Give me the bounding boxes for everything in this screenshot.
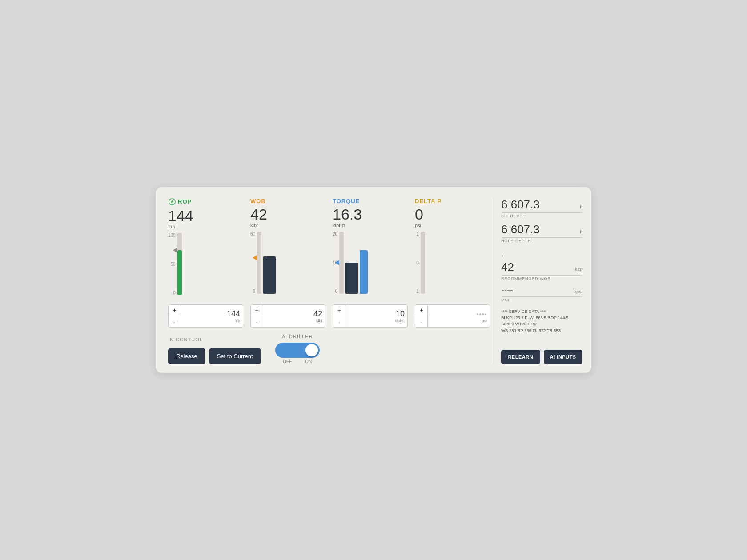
gauge-rop: ROP 144 ft/h 100 50 0 — [165, 198, 247, 297]
bit-depth-label: BIT DEPTH — [501, 212, 582, 218]
wob-unit: klbf — [250, 223, 258, 228]
rec-wob-value: 42 — [501, 260, 514, 274]
service-data-header: **** SERVICE DATA **** — [501, 308, 582, 315]
set-to-current-button[interactable]: Set to Current — [209, 348, 261, 364]
dashboard: ROP 144 ft/h 100 50 0 — [156, 187, 591, 373]
in-control-label: IN CONTROL — [168, 337, 261, 342]
rop-input-col: + - 144 ft/h — [165, 304, 247, 328]
wob-stepper: + - 42 klbf — [250, 304, 325, 328]
wob-bar-area: 60 8 — [250, 232, 276, 296]
torque-input-unit: klbf*ft — [394, 319, 405, 323]
delta-p-unit: psi — [415, 223, 421, 228]
wob-stepper-value: 42 klbf — [263, 305, 325, 327]
ai-driller-label: AI DRILLER — [282, 334, 313, 339]
bottom-section: IN CONTROL Release Set to Current AI DRI… — [165, 334, 494, 364]
delta-p-input-unit: psi — [482, 319, 487, 323]
wob-input-col: + - 42 klbf — [247, 304, 329, 328]
toggle-off-label: OFF — [283, 359, 292, 364]
torque-value: 16.3 — [333, 206, 362, 223]
torque-bar-area: 20 10 0 — [333, 232, 368, 296]
right-buttons: RELEARN AI INPUTS — [501, 346, 582, 364]
delta-p-decrement-btn[interactable]: - — [415, 316, 427, 328]
wob-scale: 60 8 — [250, 232, 255, 294]
wob-pointer — [253, 255, 257, 260]
rop-icon — [168, 198, 176, 206]
ai-driller-toggle[interactable] — [275, 343, 320, 358]
rop-stepper-btns: + - — [169, 305, 181, 327]
delta-p-input-col: + - ---- psi — [411, 304, 494, 328]
service-data-line3: WB:289 RP:556 FL:372 TR:553 — [501, 328, 582, 334]
wob-track — [257, 232, 261, 294]
rec-wob-row: 42 klbf — [501, 260, 582, 274]
relearn-button[interactable]: RELEARN — [501, 350, 540, 364]
torque-stepper: + - 10 klbf*ft — [333, 304, 408, 328]
torque-decrement-btn[interactable]: - — [333, 316, 345, 328]
delta-p-input-value: ---- — [476, 309, 487, 319]
delta-p-track — [421, 232, 425, 294]
wob-input-unit: klbf — [316, 319, 322, 323]
torque-stepper-value: 10 klbf*ft — [345, 305, 407, 327]
mse-value: ---- — [501, 285, 513, 296]
torque-unit: klbf*ft — [333, 223, 345, 228]
bit-depth-unit: ft — [580, 204, 582, 209]
torque-input-value: 10 — [396, 309, 405, 319]
wob-decrement-btn[interactable]: - — [251, 316, 263, 328]
delta-p-value: 0 — [415, 206, 423, 223]
gauge-delta-p: DELTA P 0 psi 1 0 -1 — [411, 198, 494, 296]
delta-p-bar-area: 1 0 -1 — [415, 232, 425, 296]
toggle-on-label: ON — [305, 359, 312, 364]
rop-decrement-btn[interactable]: - — [169, 316, 181, 328]
rop-pointer — [173, 248, 177, 253]
torque-dark-bar — [345, 263, 358, 294]
rop-input-value: 144 — [227, 309, 240, 319]
torque-blue-container — [360, 232, 368, 294]
rop-unit: ft/h — [168, 224, 175, 229]
bit-depth-value: 6 607.3 — [501, 198, 540, 212]
ctrl-buttons: Release Set to Current — [168, 348, 261, 364]
torque-input-col: + - 10 klbf*ft — [329, 304, 411, 328]
wob-main-bar — [263, 256, 276, 294]
torque-pointer — [335, 260, 339, 265]
mse-row: ---- kpsi — [501, 285, 582, 296]
rop-increment-btn[interactable]: + — [169, 305, 181, 316]
wob-increment-btn[interactable]: + — [251, 305, 263, 316]
mse-label: MSE — [501, 296, 582, 302]
release-button[interactable]: Release — [168, 348, 205, 364]
bit-depth-row: 6 607.3 ft — [501, 198, 582, 212]
wob-input-value: 42 — [313, 309, 322, 319]
delta-p-title: DELTA P — [415, 198, 442, 204]
service-data: **** SERVICE DATA **** BLKP:126.7 FLWI:6… — [501, 308, 582, 334]
rop-fill — [177, 250, 182, 295]
delta-p-stepper-value: ---- psi — [428, 305, 490, 327]
wob-stepper-btns: + - — [251, 305, 263, 327]
rop-value: 144 — [168, 208, 193, 224]
rop-track — [177, 233, 182, 295]
torque-track — [339, 232, 344, 294]
mse-unit: kpsi — [574, 289, 582, 294]
rop-title: ROP — [168, 198, 192, 206]
rop-input-unit: ft/h — [234, 319, 240, 323]
torque-main-container — [345, 232, 358, 294]
service-data-line2: SC:0.0 WTI:0 CT:0 — [501, 321, 582, 327]
delta-p-stepper-btns: + - — [415, 305, 428, 327]
rec-wob-label: RECOMMENDED WOB — [501, 275, 582, 281]
gauge-torque: TORQUE 16.3 klbf*ft 20 10 0 — [329, 198, 411, 296]
torque-fill — [339, 260, 344, 294]
rop-stepper-value: 144 ft/h — [181, 305, 243, 327]
wob-main-bar-container — [263, 232, 276, 294]
svg-point-0 — [169, 199, 175, 205]
hole-depth-label: HOLE DEPTH — [501, 237, 582, 243]
delta-p-increment-btn[interactable]: + — [415, 305, 427, 316]
toggle-labels: OFF ON — [281, 359, 313, 364]
rop-scale: 100 50 0 — [168, 233, 176, 295]
hole-depth-row: 6 607.3 ft — [501, 223, 582, 236]
torque-stepper-btns: + - — [333, 305, 345, 327]
delta-p-stepper: + - ---- psi — [415, 304, 490, 328]
wob-title: WOB — [250, 198, 266, 204]
ai-driller-section: AI DRILLER OFF ON — [265, 334, 330, 364]
dot-separator: . — [501, 248, 582, 259]
wob-value: 42 — [250, 206, 267, 223]
torque-increment-btn[interactable]: + — [333, 305, 345, 316]
torque-blue-bar — [360, 250, 368, 294]
ai-inputs-button[interactable]: AI INPUTS — [544, 350, 583, 364]
